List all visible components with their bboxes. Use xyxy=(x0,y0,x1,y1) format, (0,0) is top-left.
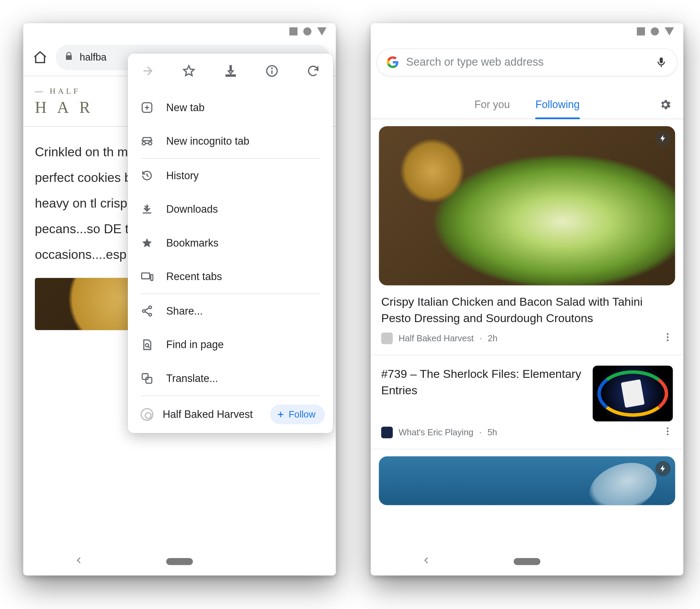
svg-rect-7 xyxy=(151,275,153,280)
feed-card[interactable] xyxy=(371,449,684,507)
feed-settings-button[interactable] xyxy=(659,98,672,111)
svg-point-21 xyxy=(667,339,669,341)
card-time: 5h xyxy=(487,427,497,437)
source-favicon xyxy=(381,332,393,344)
svg-rect-16 xyxy=(146,378,152,383)
svg-line-11 xyxy=(145,308,149,310)
card-source: What's Eric Playing xyxy=(399,427,473,437)
card-source-row: Half Baked Harvest · 2h xyxy=(371,332,684,353)
download-button[interactable] xyxy=(224,64,238,80)
page-info-button[interactable] xyxy=(265,64,279,80)
status-bar xyxy=(371,23,684,40)
menu-label: History xyxy=(166,170,199,182)
svg-line-12 xyxy=(145,312,149,314)
lock-icon xyxy=(64,51,74,64)
status-icon xyxy=(303,27,311,36)
menu-icon-row xyxy=(128,53,333,91)
feed: Crispy Italian Chicken and Bacon Salad w… xyxy=(371,119,684,508)
tab-following[interactable]: Following xyxy=(536,91,580,119)
card-source-row: What's Eric Playing · 5h xyxy=(371,426,684,447)
feed-card[interactable]: Crispy Italian Chicken and Bacon Salad w… xyxy=(371,126,684,355)
svg-point-23 xyxy=(667,431,669,432)
search-box[interactable]: Search or type web address xyxy=(377,48,678,76)
menu-bookmarks[interactable]: Bookmarks xyxy=(128,226,333,260)
menu-label: Recent tabs xyxy=(166,270,222,283)
status-icon xyxy=(665,27,674,36)
follow-label: Follow xyxy=(289,409,316,420)
status-icon xyxy=(637,27,645,36)
status-icon xyxy=(651,27,659,36)
card-hero-image xyxy=(379,456,675,505)
nav-back-button[interactable] xyxy=(422,556,431,567)
menu-recent-tabs[interactable]: Recent tabs xyxy=(128,260,333,294)
menu-label: Translate... xyxy=(166,372,218,385)
menu-label: Bookmarks xyxy=(166,237,218,249)
search-toolbar: Search or type web address xyxy=(371,40,684,85)
svg-rect-15 xyxy=(142,374,148,380)
menu-new-tab[interactable]: New tab xyxy=(128,91,333,124)
card-source: Half Baked Harvest xyxy=(399,333,474,343)
menu-label: Share... xyxy=(166,305,203,317)
overflow-menu: New tab New incognito tab History Downlo… xyxy=(128,53,333,433)
nav-home-pill[interactable] xyxy=(166,558,193,565)
feed-tabs: For you Following xyxy=(371,91,684,119)
menu-label: Find in page xyxy=(166,339,224,351)
svg-point-20 xyxy=(667,336,669,338)
dot: · xyxy=(480,333,482,343)
phone-right: Search or type web address For you Follo… xyxy=(371,23,684,575)
amp-badge-icon xyxy=(656,461,671,476)
svg-line-14 xyxy=(148,346,150,348)
menu-downloads[interactable]: Downloads xyxy=(128,193,333,226)
nav-home-pill[interactable] xyxy=(514,558,540,565)
card-more-button[interactable] xyxy=(662,426,673,438)
status-icon xyxy=(317,27,326,36)
bookmark-star-button[interactable] xyxy=(182,64,196,80)
amp-badge-icon xyxy=(656,131,671,146)
menu-find-in-page[interactable]: Find in page xyxy=(128,328,333,362)
svg-point-22 xyxy=(667,427,669,429)
card-more-button[interactable] xyxy=(662,332,673,344)
android-navbar xyxy=(23,547,336,575)
menu-site-follow-row: Half Baked Harvest Follow xyxy=(128,396,333,433)
search-placeholder: Search or type web address xyxy=(406,56,648,68)
status-icon xyxy=(290,27,298,36)
card-time: 2h xyxy=(488,333,497,343)
card-title: Crispy Italian Chicken and Bacon Salad w… xyxy=(371,291,684,332)
dot: · xyxy=(479,427,482,437)
tab-for-you[interactable]: For you xyxy=(474,91,510,119)
source-favicon xyxy=(381,426,393,438)
svg-point-19 xyxy=(667,333,669,335)
svg-point-24 xyxy=(667,434,669,435)
svg-rect-6 xyxy=(142,273,150,279)
svg-point-2 xyxy=(271,68,272,69)
mic-icon[interactable] xyxy=(655,56,668,68)
follow-button[interactable]: Follow xyxy=(270,405,325,424)
forward-button[interactable] xyxy=(140,64,154,80)
home-button[interactable] xyxy=(29,50,51,65)
site-favicon xyxy=(140,408,153,421)
feed-card[interactable]: #739 – The Sherlock Files: Elementary En… xyxy=(371,355,684,449)
reload-button[interactable] xyxy=(306,64,320,80)
menu-new-incognito[interactable]: New incognito tab xyxy=(128,124,333,158)
menu-translate[interactable]: Translate... xyxy=(128,361,333,395)
site-name: Half Baked Harvest xyxy=(163,408,261,421)
card-hero-image xyxy=(379,126,675,286)
menu-label: New tab xyxy=(166,102,204,114)
menu-label: New incognito tab xyxy=(166,135,249,147)
menu-history[interactable]: History xyxy=(128,159,333,193)
card-title: #739 – The Sherlock Files: Elementary En… xyxy=(381,366,584,398)
phone-left: halfba HALF HAR Crinkled on th middle, a… xyxy=(23,23,336,575)
android-navbar xyxy=(371,547,684,575)
menu-label: Downloads xyxy=(166,203,218,215)
google-logo-icon xyxy=(387,56,399,68)
card-thumbnail xyxy=(593,366,673,421)
menu-share[interactable]: Share... xyxy=(128,294,333,328)
nav-back-button[interactable] xyxy=(75,556,84,567)
status-bar xyxy=(23,23,336,40)
